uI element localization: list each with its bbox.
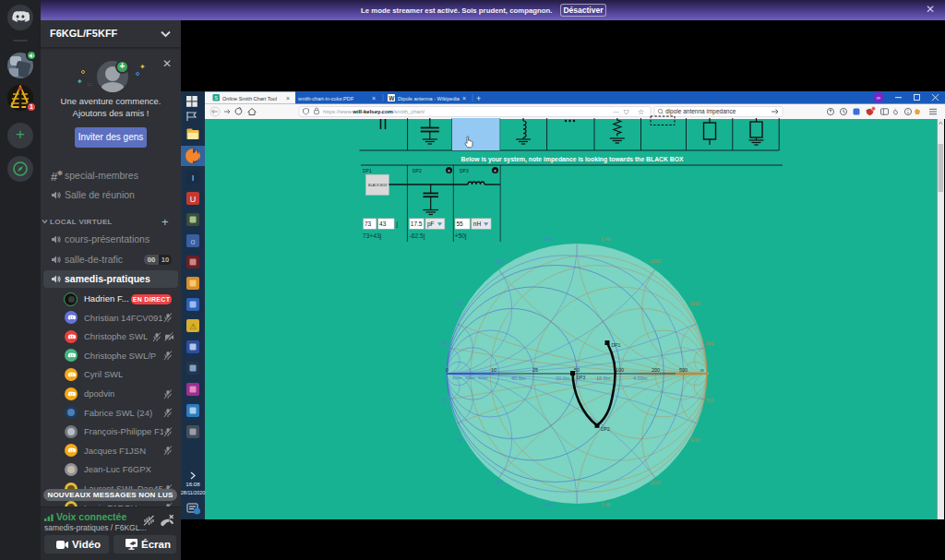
svg-text:20.0m: 20.0m (556, 375, 570, 381)
svg-text:73: 73 (365, 220, 372, 227)
svg-text:⛉: ⛉ (624, 109, 629, 115)
svg-text:25: 25 (441, 340, 447, 346)
svg-text:×: × (448, 168, 450, 173)
svg-text:∞: ∞ (700, 367, 704, 373)
svg-text:50: 50 (457, 437, 462, 443)
svg-text:nH: nH (473, 220, 482, 227)
svg-text:100: 100 (496, 258, 504, 264)
svg-text:https://www.will-kelsey.com/sm: https://www.will-kelsey.com/smith_chart/ (323, 109, 425, 114)
svg-text:DP3: DP3 (577, 375, 586, 380)
svg-text:100: 100 (496, 480, 504, 485)
svg-text:W: W (389, 95, 395, 101)
svg-text:BLACK BOX: BLACK BOX (368, 184, 388, 187)
svg-text:DP1: DP1 (363, 168, 372, 173)
svg-text:-62.5j: -62.5j (409, 232, 425, 240)
svg-text:2000: 2000 (650, 480, 660, 485)
svg-text:10.0m: 10.0m (596, 375, 611, 381)
svg-text:Online Smith Chart Tool: Online Smith Chart Tool (222, 96, 277, 101)
svg-text:I: I (192, 173, 195, 183)
svg-text:4.00m: 4.00m (633, 375, 648, 381)
svg-text:pF: pF (427, 220, 435, 228)
svg-text:☆: ☆ (638, 108, 644, 116)
svg-text:500: 500 (706, 340, 714, 346)
svg-text:200m: 200m (465, 375, 475, 380)
svg-text:DP3: DP3 (460, 168, 469, 173)
svg-text:DP2: DP2 (601, 426, 610, 432)
svg-text:⚠: ⚠ (189, 322, 197, 331)
svg-text:73+43j: 73+43j (363, 232, 382, 240)
svg-text:DP2: DP2 (413, 168, 422, 173)
svg-text:dipole antenna impedance: dipole antenna impedance (665, 108, 736, 115)
svg-text:j: j (396, 220, 398, 228)
svg-text:0.49: 0.49 (601, 236, 610, 242)
svg-text:0.04: 0.04 (544, 502, 554, 507)
svg-text:+50j: +50j (455, 232, 468, 240)
svg-text:0: 0 (446, 367, 449, 373)
svg-text:⋯: ⋯ (613, 109, 619, 115)
svg-text:smith-chart-in-color.PDF: smith-chart-in-color.PDF (298, 96, 354, 101)
svg-text:500: 500 (679, 367, 688, 373)
svg-text:17.5: 17.5 (411, 220, 423, 227)
svg-text:25: 25 (532, 367, 538, 373)
svg-text:200: 200 (652, 367, 660, 373)
svg-text:500: 500 (706, 398, 714, 403)
svg-text:28/11/2020: 28/11/2020 (181, 490, 205, 495)
svg-text:0.49: 0.49 (601, 502, 610, 507)
svg-text:10: 10 (491, 367, 496, 373)
svg-text:Below is your system, note imp: Below is your system, note impedance is … (461, 156, 684, 163)
svg-text:100: 100 (616, 367, 624, 373)
svg-text:×: × (372, 95, 376, 101)
svg-text:25: 25 (441, 398, 447, 403)
svg-text:50: 50 (457, 301, 462, 306)
svg-text:o: o (190, 237, 195, 246)
svg-text:40.0m: 40.0m (511, 375, 526, 381)
svg-text:16:08: 16:08 (185, 481, 200, 487)
svg-text:×: × (462, 95, 466, 101)
svg-text:2000: 2000 (650, 258, 660, 264)
svg-text:0.04: 0.04 (544, 236, 554, 242)
svg-text:∞: ∞ (877, 95, 880, 101)
svg-text:1000: 1000 (689, 301, 700, 306)
svg-text:×: × (494, 168, 496, 173)
svg-text:55: 55 (457, 220, 464, 227)
svg-text:U: U (190, 195, 197, 204)
svg-text:S: S (214, 95, 218, 101)
svg-text:Dipole antenna - Wikipedia: Dipole antenna - Wikipedia (398, 96, 461, 101)
svg-text:×: × (286, 95, 290, 101)
svg-text:43: 43 (379, 220, 387, 227)
svg-text:DP1: DP1 (612, 342, 621, 348)
svg-text:+: + (476, 94, 481, 103)
svg-text:100m: 100m (452, 375, 462, 380)
svg-text:1000: 1000 (689, 437, 700, 443)
svg-text:500m: 500m (478, 375, 488, 380)
